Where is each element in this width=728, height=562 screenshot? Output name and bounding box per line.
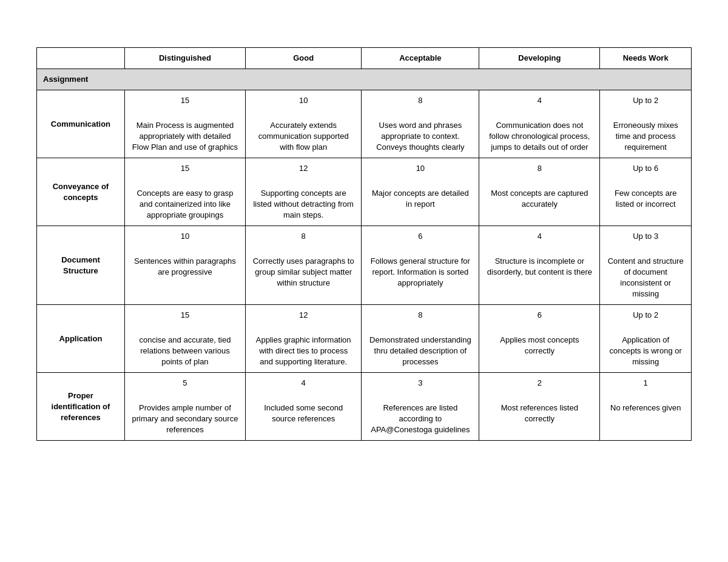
cell-r3-c2: 8Demonstrated understanding thru detaile… bbox=[362, 305, 479, 373]
cell-r3-c0: 15concise and accurate, tied relations b… bbox=[124, 305, 245, 373]
cell-r1-c0: 15Concepts are easy to grasp and contain… bbox=[124, 158, 245, 226]
cell-r0-c4: Up to 2Erroneously mixes time and proces… bbox=[600, 90, 692, 158]
col-developing: Developing bbox=[479, 48, 600, 69]
rubric-table: Distinguished Good Acceptable Developing… bbox=[36, 47, 692, 441]
col-good: Good bbox=[245, 48, 361, 69]
row-header-3: Application bbox=[37, 305, 125, 373]
cell-r1-c4: Up to 6Few concepts are listed or incorr… bbox=[600, 158, 692, 226]
cell-r0-c2: 8Uses word and phrases appropriate to co… bbox=[362, 90, 479, 158]
cell-r2-c4: Up to 3Content and structure of document… bbox=[600, 226, 692, 305]
cell-r4-c3: 2Most references listed correctly bbox=[479, 373, 600, 441]
empty-header bbox=[37, 48, 125, 69]
cell-r1-c2: 10Major concepts are detailed in report bbox=[362, 158, 479, 226]
cell-r1-c1: 12Supporting concepts are listed without… bbox=[245, 158, 361, 226]
row-header-4: Proper identification of references bbox=[37, 373, 125, 441]
cell-r0-c1: 10Accurately extends communication suppo… bbox=[245, 90, 361, 158]
col-distinguished: Distinguished bbox=[124, 48, 245, 69]
cell-r1-c3: 8Most concepts are captured accurately bbox=[479, 158, 600, 226]
cell-r4-c4: 1No references given bbox=[600, 373, 692, 441]
cell-r2-c3: 4Structure is incomplete or disorderly, … bbox=[479, 226, 600, 305]
col-needs-work: Needs Work bbox=[600, 48, 692, 69]
row-header-1: Conveyance of concepts bbox=[37, 158, 125, 226]
row-header-0: Communication bbox=[37, 90, 125, 158]
assignment-label: Assignment bbox=[37, 69, 692, 90]
cell-r2-c0: 10Sentences within paragraphs are progre… bbox=[124, 226, 245, 305]
col-acceptable: Acceptable bbox=[362, 48, 479, 69]
cell-r0-c3: 4Communication does not follow chronolog… bbox=[479, 90, 600, 158]
cell-r0-c0: 15Main Process is augmented appropriatel… bbox=[124, 90, 245, 158]
cell-r4-c1: 4Included some second source references bbox=[245, 373, 361, 441]
row-header-2: Document Structure bbox=[37, 226, 125, 305]
cell-r4-c0: 5Provides ample number of primary and se… bbox=[124, 373, 245, 441]
cell-r2-c2: 6Follows general structure for report. I… bbox=[362, 226, 479, 305]
cell-r4-c2: 3References are listed according to APA@… bbox=[362, 373, 479, 441]
cell-r3-c1: 12Applies graphic information with direc… bbox=[245, 305, 361, 373]
cell-r3-c3: 6Applies most concepts correctly bbox=[479, 305, 600, 373]
cell-r2-c1: 8Correctly uses paragraphs to group simi… bbox=[245, 226, 361, 305]
cell-r3-c4: Up to 2Application of concepts is wrong … bbox=[600, 305, 692, 373]
